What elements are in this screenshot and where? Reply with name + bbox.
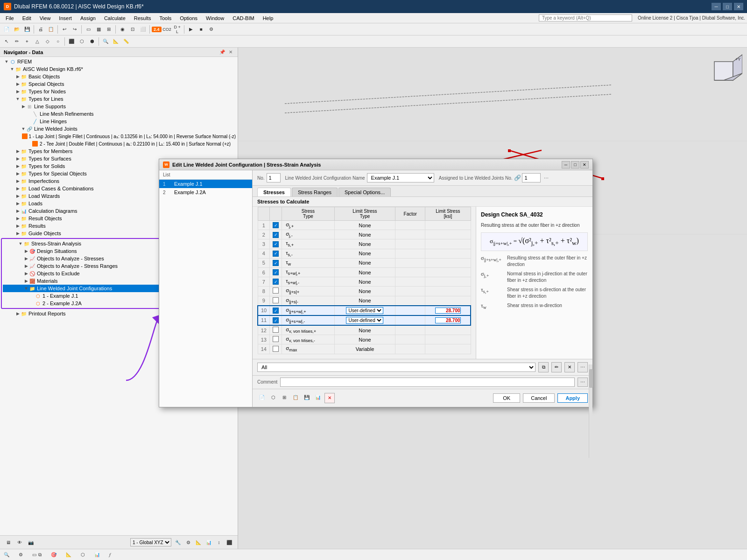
expand-rfem[interactable]: ▼ [4, 59, 9, 64]
menu-tools[interactable]: Tools [155, 14, 175, 22]
checkbox-8[interactable] [273, 287, 279, 294]
row-10-val-input[interactable] [435, 308, 461, 314]
expand-tso[interactable]: ▶ [15, 164, 21, 168]
nav-bottom-5[interactable]: ⚙ [183, 538, 193, 547]
row-6-check[interactable] [270, 267, 282, 277]
row-3-check[interactable] [270, 239, 282, 249]
view3-button[interactable]: ⬜ [138, 25, 148, 34]
tool212-button[interactable]: 📏 [121, 37, 131, 46]
comment-input[interactable] [280, 378, 575, 387]
checkbox-7[interactable] [273, 279, 279, 285]
footer-tool-5[interactable]: 💾 [302, 393, 311, 402]
tree-item-types-members[interactable]: ▶ 📁 Types for Members [0, 147, 238, 155]
nav-bottom-8[interactable]: ↕ [214, 538, 224, 547]
copy-all-button[interactable]: ⧉ [538, 362, 549, 372]
expand-lo[interactable]: ▶ [15, 201, 21, 206]
checkbox-1[interactable] [273, 222, 279, 228]
expand-types-lines[interactable]: ▼ [15, 97, 21, 101]
checkbox-11[interactable] [273, 317, 279, 323]
list-item-1[interactable]: 1 Example J.1 [159, 180, 252, 188]
dl-button[interactable]: D + L [173, 25, 182, 34]
tool29-button[interactable]: ⬢ [87, 37, 97, 46]
view2-button[interactable]: ⊡ [128, 25, 137, 34]
tab-stress-ranges[interactable]: Stress Ranges [292, 188, 338, 196]
name-dropdown[interactable]: Example J.1 [367, 173, 434, 182]
nav-bottom-1[interactable]: 🖥 [4, 538, 13, 547]
expand-tm[interactable]: ▶ [15, 149, 21, 154]
menu-edit[interactable]: Edit [19, 14, 35, 22]
select2-button[interactable]: ▦ [94, 25, 103, 34]
tool24-button[interactable]: △ [33, 37, 42, 46]
expand-os[interactable]: ▶ [23, 256, 29, 261]
row-10-limit-val[interactable] [425, 306, 471, 315]
dialog-minimize-button[interactable]: ─ [562, 161, 570, 168]
row-10-check[interactable] [270, 306, 282, 315]
global-xyz-select[interactable]: 1 - Global XYZ [130, 538, 171, 546]
menu-help[interactable]: Help [259, 14, 277, 22]
footer-tool-4[interactable]: 📋 [291, 393, 300, 402]
nav-close-button[interactable]: ✕ [227, 49, 234, 55]
nav-bottom-7[interactable]: 📊 [204, 538, 213, 547]
expand-special[interactable]: ▶ [15, 82, 21, 86]
footer-tool-2[interactable]: ⬡ [268, 393, 278, 402]
nav-bottom-9[interactable]: ⬛ [225, 538, 234, 547]
tab-special-options[interactable]: Special Options... [338, 188, 391, 196]
move-button[interactable]: ⊞ [104, 25, 113, 34]
tree-item-project[interactable]: ▼ 📁 AISC Weld Design KB.rf6* [0, 65, 238, 73]
row-11-limit-type[interactable]: User-defined [334, 315, 395, 325]
row-11-limit-val[interactable] [425, 315, 471, 325]
tree-item-weld-2[interactable]: 2 - Tee Joint | Double Fillet | Continuo… [0, 140, 238, 147]
menu-view[interactable]: View [36, 14, 55, 22]
checkbox-5[interactable] [273, 260, 279, 266]
row-13-check[interactable] [270, 335, 282, 344]
tool21-button[interactable]: ↖ [2, 37, 11, 46]
row-2-check[interactable] [270, 230, 282, 239]
search-input[interactable] [539, 14, 632, 21]
minimize-button[interactable]: ─ [712, 3, 721, 10]
expand-ds[interactable]: ▶ [23, 249, 29, 253]
row-1-check[interactable] [270, 221, 282, 230]
assigned-expand-button[interactable]: ⋯ [542, 173, 551, 182]
menu-file[interactable]: File [2, 14, 18, 22]
no-input[interactable] [267, 173, 281, 182]
nav-bottom-4[interactable]: 🔧 [173, 538, 183, 547]
row-14-check[interactable] [270, 344, 282, 354]
expand-cd[interactable]: ▶ [15, 209, 21, 213]
save-button[interactable]: 💾 [22, 25, 32, 34]
footer-tool-3[interactable]: ⊞ [280, 393, 289, 402]
footer-tool-6[interactable]: 📊 [313, 393, 323, 402]
dialog-maximize-button[interactable]: □ [571, 161, 579, 168]
tool27-button[interactable]: ⬛ [67, 37, 76, 46]
stop-button[interactable]: ■ [197, 25, 206, 34]
checkbox-12[interactable] [273, 327, 279, 333]
expand-tsp[interactable]: ▶ [15, 171, 21, 176]
expand-res[interactable]: ▶ [15, 224, 21, 228]
tool26-button[interactable]: ○ [53, 37, 63, 46]
expand-oe[interactable]: ▶ [23, 271, 29, 276]
list-item-2[interactable]: 2 Example J.2A [159, 188, 252, 196]
comment-expand-button[interactable]: ⋯ [578, 378, 588, 387]
expand-mat[interactable]: ▶ [23, 279, 29, 283]
checkbox-2[interactable] [273, 232, 279, 238]
expand-ro[interactable]: ▶ [15, 216, 21, 221]
row-5-check[interactable] [270, 258, 282, 267]
filter-dropdown[interactable]: All [257, 363, 536, 372]
expand-lwjc[interactable]: ▼ [23, 286, 29, 291]
menu-window[interactable]: Window [202, 14, 228, 22]
open-button[interactable]: 📂 [12, 25, 21, 34]
footer-tool-1[interactable]: 📄 [257, 393, 267, 402]
assigned-input[interactable] [522, 173, 541, 182]
nav-pin-button[interactable]: 📌 [218, 49, 226, 55]
expand-types-nodes[interactable]: ▶ [15, 89, 21, 94]
tree-item-line-mesh[interactable]: ╲ Line Mesh Refinements [0, 110, 238, 118]
checkbox-13[interactable] [273, 336, 279, 342]
nav-bottom-3[interactable]: 📷 [26, 538, 35, 547]
tree-item-special-objects[interactable]: ▶ 📁 Special Objects [0, 80, 238, 88]
redo-button[interactable]: ↪ [70, 25, 79, 34]
checkbox-4[interactable] [273, 251, 279, 257]
row-8-check[interactable] [270, 287, 282, 296]
copy-button[interactable]: 📋 [46, 25, 56, 34]
tree-item-weld-1[interactable]: 1 - Lap Joint | Single Fillet | Continuo… [0, 133, 238, 140]
expand-lh[interactable] [26, 119, 32, 124]
row-9-check[interactable] [270, 296, 282, 306]
